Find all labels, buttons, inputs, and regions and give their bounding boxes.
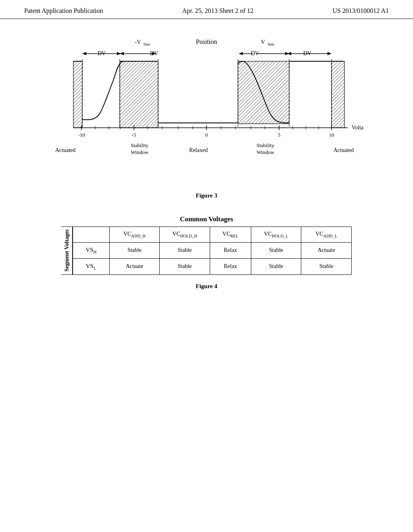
svg-text:-V: -V — [135, 39, 141, 45]
svg-text:Position: Position — [196, 38, 217, 45]
svg-text:10: 10 — [329, 132, 334, 138]
svg-marker-15 — [239, 52, 243, 55]
cell-vsh-vcadd-l: Actuate — [301, 242, 352, 258]
svg-text:0: 0 — [205, 132, 208, 138]
svg-text:Actuated: Actuated — [55, 147, 76, 153]
svg-marker-7 — [82, 52, 86, 55]
svg-text:Actuated: Actuated — [334, 147, 354, 153]
svg-text:Voltage: Voltage — [352, 125, 364, 131]
svg-text:Stability: Stability — [257, 142, 275, 148]
cell-vsh-vcrel: Relax — [210, 242, 251, 258]
svg-rect-63 — [238, 61, 289, 124]
header-vchold-h: VCHOLD_H — [160, 227, 210, 243]
figure4-container: Common Voltages Segment Voltages VCADD_H… — [61, 215, 352, 290]
svg-rect-65 — [332, 61, 344, 128]
svg-text:Stability: Stability — [131, 142, 149, 148]
header-center: Apr. 25, 2013 Sheet 2 of 12 — [182, 7, 254, 15]
header-vcadd-h: VCADD_H — [109, 227, 160, 243]
figure4-caption: Figure 4 — [61, 283, 352, 290]
svg-text:-10: -10 — [78, 132, 85, 138]
page-header: Patent Application Publication Apr. 25, … — [0, 0, 413, 19]
cell-vsh-vcadd-h: Stable — [109, 242, 160, 258]
header-left: Patent Application Publication — [24, 7, 103, 15]
row-label-vsl: VSL — [73, 258, 110, 274]
svg-rect-61 — [120, 61, 158, 128]
voltage-table: VCADD_H VCHOLD_H VCREL VCHOLD_L VCADD_L — [73, 227, 352, 275]
svg-text:Window: Window — [257, 149, 275, 155]
figure3-svg: Position -V bias V bias DV DV DV — [49, 35, 364, 188]
table-header-row: VCADD_H VCHOLD_H VCREL VCHOLD_L VCADD_L — [73, 227, 352, 243]
header-empty — [73, 227, 110, 243]
cell-vsh-vchold-h: Stable — [160, 242, 210, 258]
cell-vsl-vcrel: Relax — [210, 258, 251, 274]
figure3-caption: Figure 3 — [49, 192, 364, 199]
table-row-vsl: VSL Actuate Stable Relax Stable Stable — [73, 258, 352, 274]
svg-rect-59 — [73, 61, 82, 128]
segment-voltages-label: Segment Voltages — [61, 227, 73, 275]
header-vcadd-l: VCADD_L — [301, 227, 352, 243]
svg-text:-5: -5 — [132, 132, 136, 138]
chart-area: Position -V bias V bias DV DV DV — [49, 35, 364, 188]
table-row-vsh: VSH Stable Stable Relax Stable Actuate — [73, 242, 352, 258]
figure3-container: Position -V bias V bias DV DV DV — [49, 35, 364, 199]
svg-text:Window: Window — [131, 149, 149, 155]
svg-text:bias: bias — [268, 42, 274, 46]
svg-marker-20 — [287, 52, 291, 55]
cell-vsl-vcadd-h: Actuate — [109, 258, 160, 274]
voltage-table-wrapper: Segment Voltages VCADD_H VCHOLD_H VCREL — [61, 227, 352, 275]
cell-vsh-vchold-l: Stable — [251, 242, 301, 258]
svg-marker-21 — [327, 52, 332, 55]
svg-marker-11 — [120, 52, 124, 55]
header-right: US 2013/0100012 A1 — [332, 7, 389, 15]
svg-text:Relaxed: Relaxed — [189, 147, 208, 153]
svg-text:V: V — [261, 39, 265, 45]
cell-vsl-vchold-h: Stable — [160, 258, 210, 274]
header-vcrel: VCREL — [210, 227, 251, 243]
table-title: Common Voltages — [61, 215, 352, 223]
header-vchold-l: VCHOLD_L — [251, 227, 301, 243]
cell-vsl-vcadd-l: Stable — [301, 258, 352, 274]
svg-text:5: 5 — [278, 132, 281, 138]
svg-text:bias: bias — [144, 42, 150, 46]
row-label-vsh: VSH — [73, 242, 110, 258]
cell-vsl-vchold-l: Stable — [251, 258, 301, 274]
